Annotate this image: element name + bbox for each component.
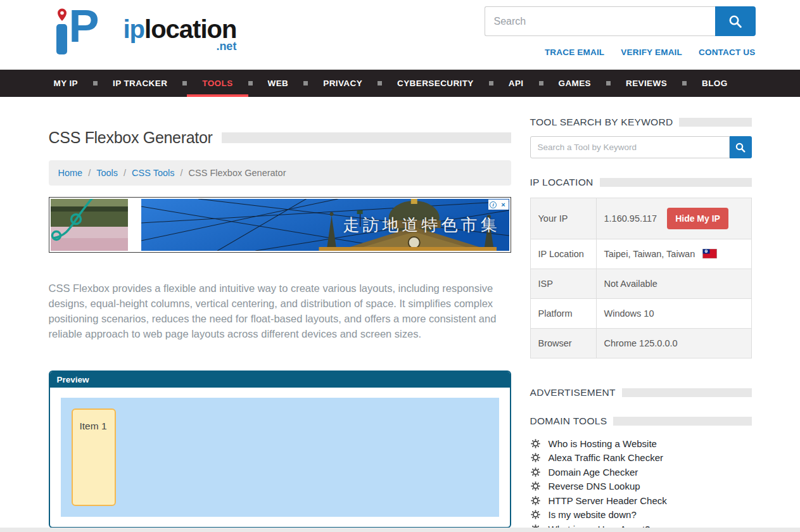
nav-item-reviews[interactable]: REVIEWS [611,70,682,97]
heading-decoration-bar [613,417,751,426]
nav-separator [93,81,98,86]
logo-i-stem [56,24,67,54]
tool-link-label: Domain Age Checker [549,467,638,478]
gear-icon [530,438,541,449]
nav-separator [248,81,253,86]
ip-location-table: Your IP 1.160.95.117 Hide My IP IP Locat… [530,198,752,358]
table-row: IP Location Taipei, Taiwan, Taiwan [530,239,751,269]
ad-info-icon[interactable]: i [488,200,498,210]
table-row: ISP Not Available [530,269,751,299]
breadcrumb-css-tools[interactable]: CSS Tools [132,168,174,178]
nav-separator [606,81,611,86]
preview-panel-title: Preview [50,372,510,388]
advertisement-banner[interactable]: 走訪地道特色市集 i × [49,197,511,253]
row-value-cell: 1.160.95.117 Hide My IP [596,198,751,239]
nav-separator [378,81,382,86]
domain-tool-link-hosting[interactable]: Who is Hosting a Website [530,436,752,450]
nav-item-ip-tracker[interactable]: IP TRACKER [98,70,182,97]
location-pin-icon [54,8,70,23]
nav-item-games[interactable]: GAMES [543,70,607,97]
domain-tool-link-website-down[interactable]: Is my website down? [530,508,752,522]
breadcrumb-separator: / [124,168,126,178]
row-label: Your IP [530,198,596,239]
preview-panel: Preview Item 1 [49,370,511,528]
nav-separator [303,81,308,86]
row-label: Platform [530,299,596,329]
ad-caption-text: 走訪地道特色市集 [343,214,500,236]
table-row: Platform Windows 10 [530,299,751,329]
nav-item-web[interactable]: WEB [253,70,304,97]
gear-icon [530,452,541,463]
ip-location-value: Taipei, Taiwan, Taiwan [604,249,695,259]
main-content: CSS Flexbox Generator Home / Tools / CSS… [49,97,511,532]
header-links: TRACE EMAIL VERIFY EMAIL CONTACT US [545,48,756,57]
ad-controls: i × [488,200,509,210]
site-header: P iplocation .net TRACE EMAIL VERIFY EMA… [0,0,800,70]
breadcrumb-home[interactable]: Home [58,168,83,178]
ad-building-image: 走訪地道特色市集 [141,199,509,251]
gear-icon [530,481,541,491]
nav-item-privacy[interactable]: PRIVACY [308,70,378,97]
isp-value: Not Available [596,269,751,299]
tool-search [530,136,752,158]
nav-item-tools-label: TOOLS [202,79,232,88]
header-search-input[interactable] [485,6,715,36]
heading-decoration-bar [622,388,752,397]
domain-tools-list: Who is Hosting a Website Alexa Traffic R… [530,436,752,532]
title-decoration-bar [222,132,511,143]
breadcrumb-separator: / [181,168,183,178]
ad-gap [128,199,141,251]
breadcrumb-separator: / [88,168,91,178]
logo-p: P [69,0,98,52]
nav-item-api[interactable]: API [493,70,539,97]
tool-link-label: Alexa Traffic Rank Checker [549,452,663,463]
nav-separator [682,81,687,86]
heading-decoration-bar [679,118,751,127]
domain-tool-link-reverse-dns[interactable]: Reverse DNS Lookup [530,479,752,493]
ip-location-heading: IP LOCATION [530,177,594,188]
contact-us-link[interactable]: CONTACT US [699,48,756,57]
logo-text-location: location [144,15,236,43]
tool-description: CSS Flexbox provides a flexible and intu… [49,281,511,341]
nav-item-cybersecurity[interactable]: CYBERSECURITY [382,70,489,97]
flexbox-preview-item: Item 1 [72,408,116,506]
tool-search-heading: TOOL SEARCH BY KEYWORD [530,117,673,128]
hide-my-ip-button[interactable]: Hide My IP [667,208,728,229]
tool-link-label: HTTP Server Header Check [549,495,667,506]
search-icon [735,142,746,153]
domain-tool-link-http-header[interactable]: HTTP Server Header Check [530,493,752,507]
tool-search-button[interactable] [730,136,752,158]
breadcrumb: Home / Tools / CSS Tools / CSS Flexbox G… [49,160,511,186]
logo-mark: P [49,8,124,57]
ad-landscape-image [51,199,128,251]
verify-email-link[interactable]: VERIFY EMAIL [621,48,682,57]
header-search-button[interactable] [715,6,756,36]
logo-text-ip: ip [124,15,145,43]
row-label: Browser [530,329,596,358]
nav-item-my-ip[interactable]: MY IP [49,70,94,97]
table-row: Browser Chrome 125.0.0.0 [530,329,751,358]
browser-value: Chrome 125.0.0.0 [596,329,751,358]
sidebar: TOOL SEARCH BY KEYWORD IP LOCATION Your … [530,97,752,532]
ad-close-icon[interactable]: × [498,200,509,210]
main-nav: MY IP IP TRACKER TOOLS WEB PRIVACY CYBER… [0,70,800,97]
ip-address-value: 1.160.95.117 [604,213,657,224]
row-value-cell: Taipei, Taiwan, Taiwan [596,239,751,269]
domain-tool-link-alexa[interactable]: Alexa Traffic Rank Checker [530,451,752,465]
breadcrumb-tools[interactable]: Tools [96,168,118,178]
tool-search-input[interactable] [530,136,730,158]
domain-tool-link-domain-age[interactable]: Domain Age Checker [530,465,752,479]
flexbox-preview-container: Item 1 [61,398,499,517]
search-icon [728,14,743,29]
row-label: ISP [530,269,596,299]
gear-icon [530,509,541,520]
nav-separator [182,81,187,86]
nav-item-blog[interactable]: BLOG [687,70,743,97]
site-logo[interactable]: P iplocation .net [49,8,237,57]
trace-email-link[interactable]: TRACE EMAIL [545,48,604,57]
row-label: IP Location [530,239,596,269]
nav-item-tools[interactable]: TOOLS [187,70,248,97]
page-bottom-strip [0,528,800,532]
header-search [485,6,756,36]
preview-panel-body: Item 1 [50,388,510,527]
